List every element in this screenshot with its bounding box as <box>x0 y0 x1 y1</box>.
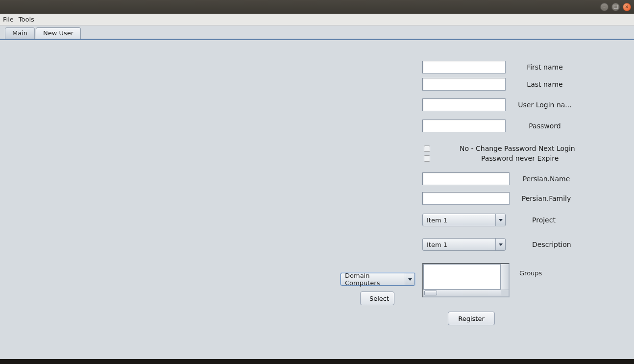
persian-name-label: Persian.Name <box>510 175 583 183</box>
groups-label: Groups <box>519 269 578 277</box>
menubar: File Tools <box>0 14 634 25</box>
scrollbar-thumb[interactable] <box>424 291 437 295</box>
project-combo[interactable]: Item 1 <box>422 214 506 226</box>
menu-tools[interactable]: Tools <box>19 16 34 23</box>
bottom-edge <box>0 359 634 364</box>
menu-file[interactable]: File <box>3 16 14 23</box>
last-name-input[interactable] <box>422 78 506 91</box>
groups-horizontal-scrollbar[interactable] <box>423 290 501 296</box>
chevron-down-icon <box>495 239 505 250</box>
tab-main[interactable]: Main <box>5 27 35 39</box>
window-close-button[interactable]: × <box>623 3 631 11</box>
password-input[interactable] <box>422 120 506 132</box>
persian-family-input[interactable] <box>422 192 510 205</box>
persian-name-input[interactable] <box>422 172 510 185</box>
project-combo-value: Item 1 <box>427 217 447 224</box>
domain-combo[interactable]: Domain Computers <box>341 273 415 286</box>
tab-new-user[interactable]: New User <box>36 27 81 39</box>
no-change-password-label: No - Change Password Next Login <box>460 145 575 152</box>
description-combo-value: Item 1 <box>427 241 447 248</box>
select-button[interactable]: Select <box>360 291 394 305</box>
register-button[interactable]: Register <box>448 312 495 325</box>
user-login-input[interactable] <box>422 98 506 111</box>
no-change-password-checkbox[interactable] <box>424 146 430 152</box>
password-never-expire-checkbox[interactable] <box>424 155 430 162</box>
groups-listbox[interactable] <box>422 263 510 297</box>
window-titlebar: – □ × <box>0 0 634 14</box>
content-pane: First name Last name User Login na... Pa… <box>0 39 634 359</box>
user-login-label: User Login na... <box>506 101 584 109</box>
window-minimize-button[interactable]: – <box>600 3 609 11</box>
groups-vertical-scrollbar[interactable] <box>501 264 509 290</box>
description-combo[interactable]: Item 1 <box>422 238 506 251</box>
chevron-down-icon <box>495 214 505 226</box>
last-name-label: Last name <box>506 80 584 88</box>
tabstrip: Main New User <box>0 25 634 39</box>
window-maximize-button[interactable]: □ <box>611 3 620 11</box>
description-label: Description <box>506 241 579 248</box>
project-label: Project <box>506 216 579 224</box>
first-name-input[interactable] <box>422 61 506 73</box>
groups-listbox-area[interactable] <box>423 264 501 290</box>
password-label: Password <box>506 122 584 130</box>
domain-combo-value: Domain Computers <box>345 272 402 287</box>
scrollbar-corner <box>501 290 509 296</box>
chevron-down-icon <box>405 273 415 285</box>
persian-family-label: Persian.Family <box>510 194 583 202</box>
first-name-label: First name <box>506 63 584 71</box>
password-never-expire-label: Password never Expire <box>481 154 559 162</box>
